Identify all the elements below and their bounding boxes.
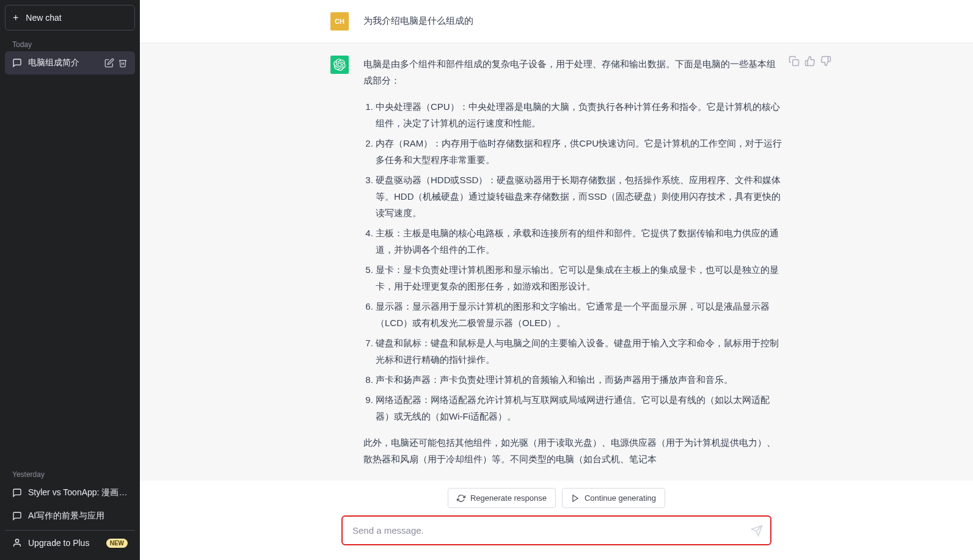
assistant-avatar: [330, 56, 349, 74]
user-message-row: CH 为我介绍电脑是什么组成的: [140, 0, 973, 43]
upgrade-label: Upgrade to Plus: [28, 538, 89, 548]
list-item: 网络适配器：网络适配器允许计算机与互联网或局域网进行通信。它可以是有线的（如以太…: [376, 391, 782, 424]
chat-icon: [12, 511, 22, 521]
assistant-intro: 电脑是由多个组件和部件组成的复杂电子设备，用于处理、存储和输出数据。下面是电脑的…: [363, 56, 782, 89]
svg-point-0: [15, 539, 18, 542]
list-item: 显卡：显卡负责处理计算机图形和显示输出。它可以是集成在主板上的集成显卡，也可以是…: [376, 261, 782, 294]
assistant-message-content: 电脑是由多个组件和部件组成的复杂电子设备，用于处理、存储和输出数据。下面是电脑的…: [363, 56, 782, 477]
continue-button[interactable]: Continue generating: [562, 488, 665, 508]
bottom-area: Regenerate response Continue generating: [140, 481, 973, 560]
section-today-label: Today: [5, 35, 135, 51]
new-chat-label: New chat: [26, 13, 61, 23]
chat-item-title: 电脑组成简介: [28, 57, 98, 68]
continue-label: Continue generating: [585, 493, 656, 503]
main-content: CH 为我介绍电脑是什么组成的 电脑是由多个组件和部件组成的复杂电子设备，用于处…: [140, 0, 973, 560]
new-chat-button[interactable]: + New chat: [5, 5, 135, 31]
sidebar: + New chat Today 电脑组成简介 Yesterday Styler…: [0, 0, 140, 560]
sidebar-item-yesterday-0[interactable]: Styler vs ToonApp: 漫画脸优势: [5, 481, 135, 504]
chat-item-title: AI写作的前景与应用: [28, 511, 128, 522]
action-buttons-row: Regenerate response Continue generating: [140, 488, 973, 508]
list-item: 主板：主板是电脑的核心电路板，承载和连接所有的组件和部件。它提供了数据传输和电力…: [376, 225, 782, 258]
list-item: 内存（RAM）：内存用于临时存储数据和程序，供CPU快速访问。它是计算机的工作空…: [376, 135, 782, 168]
message-actions: [789, 56, 831, 67]
user-icon: [12, 538, 22, 548]
regenerate-button[interactable]: Regenerate response: [448, 488, 556, 508]
send-icon[interactable]: [751, 525, 763, 537]
message-input[interactable]: [343, 517, 770, 544]
list-item: 键盘和鼠标：键盘和鼠标是人与电脑之间的主要输入设备。键盘用于输入文字和命令，鼠标…: [376, 335, 782, 368]
edit-icon[interactable]: [104, 58, 114, 68]
continue-icon: [571, 494, 580, 503]
refresh-icon: [457, 494, 465, 503]
upgrade-button[interactable]: Upgrade to Plus NEW: [5, 530, 135, 555]
assistant-message-row: 电脑是由多个组件和部件组成的复杂电子设备，用于处理、存储和输出数据。下面是电脑的…: [140, 43, 973, 481]
section-yesterday-label: Yesterday: [5, 465, 135, 481]
list-item: 硬盘驱动器（HDD或SSD）：硬盘驱动器用于长期存储数据，包括操作系统、应用程序…: [376, 172, 782, 221]
openai-icon: [333, 59, 346, 71]
svg-rect-1: [793, 60, 799, 66]
user-message-content: 为我介绍电脑是什么组成的: [363, 12, 782, 31]
thumbs-up-icon[interactable]: [804, 56, 815, 67]
sidebar-item-today-0[interactable]: 电脑组成简介: [5, 51, 135, 75]
chat-icon: [12, 488, 22, 498]
assistant-list: 中央处理器（CPU）：中央处理器是电脑的大脑，负责执行各种计算任务和指令。它是计…: [363, 98, 782, 424]
list-item: 中央处理器（CPU）：中央处理器是电脑的大脑，负责执行各种计算任务和指令。它是计…: [376, 98, 782, 131]
chat-item-title: Styler vs ToonApp: 漫画脸优势: [28, 487, 128, 498]
svg-marker-2: [573, 495, 578, 501]
regenerate-label: Regenerate response: [470, 493, 547, 503]
thumbs-down-icon[interactable]: [820, 56, 831, 67]
trash-icon[interactable]: [118, 58, 128, 68]
assistant-outro: 此外，电脑还可能包括其他组件，如光驱（用于读取光盘）、电源供应器（用于为计算机提…: [363, 434, 782, 467]
sidebar-item-yesterday-1[interactable]: AI写作的前景与应用: [5, 504, 135, 528]
input-wrapper: [341, 515, 771, 545]
list-item: 声卡和扬声器：声卡负责处理计算机的音频输入和输出，而扬声器用于播放声音和音乐。: [376, 371, 782, 388]
list-item: 显示器：显示器用于显示计算机的图形和文字输出。它通常是一个平面显示屏，可以是液晶…: [376, 298, 782, 331]
new-badge: NEW: [106, 539, 128, 548]
user-avatar: CH: [330, 12, 349, 31]
copy-icon[interactable]: [789, 56, 800, 67]
plus-icon: +: [13, 13, 18, 23]
conversation-area: CH 为我介绍电脑是什么组成的 电脑是由多个组件和部件组成的复杂电子设备，用于处…: [140, 0, 973, 481]
chat-icon: [12, 58, 22, 68]
